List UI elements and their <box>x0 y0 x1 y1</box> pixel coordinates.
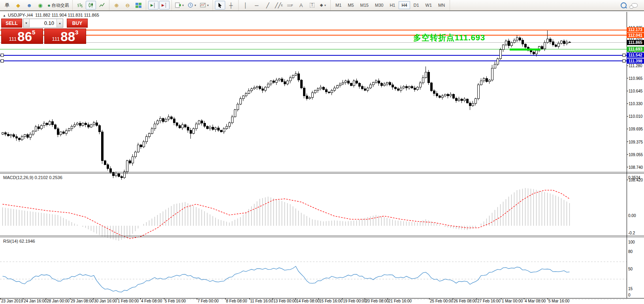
macd-axis-label: 0.3524 <box>628 176 640 180</box>
bull-candle <box>499 50 501 59</box>
new-order-button[interactable]: 单 <box>2 1 12 9</box>
text-tool-icon[interactable]: A <box>296 1 306 9</box>
line-handle <box>623 60 625 62</box>
timeframe-m30-button[interactable]: M30 <box>372 1 386 9</box>
candlestick-chart-icon[interactable] <box>86 1 96 9</box>
timeframe-mn-button[interactable]: MN <box>435 1 448 9</box>
bull-candle <box>245 94 247 96</box>
bull-candle <box>159 118 161 121</box>
price-line-label-112.041: 112.041 <box>627 33 644 38</box>
bear-candle <box>533 52 535 54</box>
bull-candle <box>215 128 217 130</box>
vertical-line-tool-icon[interactable]: │ <box>241 1 251 9</box>
trendline-tool-icon[interactable]: ╱ <box>263 1 273 9</box>
bear-candle <box>18 138 20 140</box>
bar-chart-icon[interactable] <box>75 1 85 9</box>
bear-candle <box>306 96 308 99</box>
crosshair-icon[interactable]: ┼ <box>226 1 236 9</box>
time-axis-label: 26 Feb 08:00 <box>454 299 477 303</box>
bear-candle <box>300 80 302 88</box>
bull-candle <box>444 94 446 96</box>
volume-increase-button[interactable]: ▲ <box>56 19 63 27</box>
chat-icon[interactable] <box>629 1 640 9</box>
bear-candle <box>7 134 9 136</box>
fibonacci-tool-icon[interactable]: ==F <box>285 1 295 9</box>
bull-candle <box>134 152 136 157</box>
bull-candle <box>32 131 34 134</box>
sell-price-display[interactable]: 111865 <box>1 28 43 44</box>
macd-axis-label: -0.2 <box>628 231 635 235</box>
bull-candle <box>560 41 562 43</box>
bear-candle <box>162 118 164 121</box>
chart-shift-icon[interactable]: ▶┆ <box>159 1 169 9</box>
search-icon[interactable] <box>618 1 629 9</box>
timeframe-m1-button[interactable]: M1 <box>333 1 344 9</box>
bull-candle <box>314 91 316 93</box>
bull-candle <box>76 123 78 125</box>
channel-tool-icon[interactable]: ╱╱E <box>274 1 284 9</box>
bull-candle <box>483 78 485 81</box>
price-tick-label: 110.330 <box>629 102 642 106</box>
bear-candle <box>461 99 463 101</box>
accounts-icon[interactable]: ☻ <box>24 1 34 9</box>
tile-windows-icon[interactable] <box>134 1 144 9</box>
zoom-out-icon[interactable]: ⊖ <box>122 1 133 9</box>
line-chart-icon[interactable] <box>97 1 107 9</box>
market-watch-icon[interactable]: ◆ <box>13 1 23 9</box>
timeframe-d1-button[interactable]: D1 <box>411 1 422 9</box>
bull-candle <box>275 80 277 82</box>
timeframe-h1-button[interactable]: H1 <box>387 1 398 9</box>
sell-button[interactable]: SELL <box>1 19 22 28</box>
time-axis-label: 20 Feb 08:00 <box>365 299 389 303</box>
time-axis-label: 23 Jan 2019 <box>1 299 23 303</box>
bear-candle <box>447 94 449 96</box>
bull-candle <box>195 124 197 129</box>
bear-candle <box>298 74 299 80</box>
bull-candle <box>386 83 388 84</box>
bear-candle <box>79 123 81 126</box>
text-label-tool-icon[interactable]: T <box>307 1 317 9</box>
bear-candle <box>392 85 394 87</box>
timeframe-m5-button[interactable]: M5 <box>345 1 356 9</box>
news-icon[interactable]: ◉ <box>35 1 45 9</box>
bull-candle <box>132 157 134 163</box>
macd-label: MACD(12,26,9) 0.2102 0.2536 <box>3 175 62 180</box>
bear-candle <box>486 78 488 81</box>
autotrading-button[interactable]: ● 自动交易 <box>46 1 70 9</box>
arrows-tool-icon[interactable]: ◆▼ <box>318 1 328 9</box>
zoom-in-icon[interactable]: ⊕ <box>111 1 122 9</box>
autotrading-globe-icon: ● <box>47 3 51 8</box>
buy-button[interactable]: BUY <box>67 19 88 28</box>
bull-candle <box>237 104 239 110</box>
volume-input[interactable]: 0.10 <box>30 19 56 27</box>
bear-candle <box>328 92 330 93</box>
chart-canvas[interactable] <box>0 11 644 304</box>
bull-candle <box>49 122 51 125</box>
price-tick-label: 110.965 <box>629 76 642 81</box>
bull-candle <box>126 160 128 172</box>
bull-candle <box>181 125 183 128</box>
bull-candle <box>419 83 421 87</box>
volume-decrease-button[interactable]: ▼ <box>23 19 30 27</box>
horizontal-line-tool-icon[interactable]: ─ <box>252 1 262 9</box>
bull-candle <box>309 98 311 99</box>
pivot-annotation-text[interactable]: 多空转折点111.693 <box>413 32 485 43</box>
one-click-collapse-icon[interactable]: ▲ <box>3 14 6 17</box>
chart-title: ▲USDJPY-,H4 111.882 111.904 111.831 111.… <box>3 13 99 17</box>
bear-candle <box>378 81 380 83</box>
periods-icon[interactable]: ▼ <box>186 1 198 9</box>
cursor-icon[interactable] <box>215 1 225 9</box>
templates-icon[interactable]: ▼ <box>199 1 211 9</box>
bull-candle <box>502 45 504 50</box>
buy-price-display[interactable]: 111883 <box>44 28 86 44</box>
timeframe-w1-button[interactable]: W1 <box>423 1 435 9</box>
timeframe-h4-button[interactable]: H4 <box>399 1 410 9</box>
timeframe-m15-button[interactable]: M15 <box>358 1 371 9</box>
time-axis-label: 30 Jan 16:00 <box>94 299 117 303</box>
auto-scroll-icon[interactable]: ▶│ <box>148 1 158 9</box>
bull-candle <box>400 88 402 91</box>
volume-spinner: ▼ 0.10 ▲ <box>23 19 63 28</box>
bull-candle <box>192 129 194 134</box>
bear-candle <box>508 41 510 45</box>
indicators-icon[interactable]: ▼ <box>174 1 186 9</box>
